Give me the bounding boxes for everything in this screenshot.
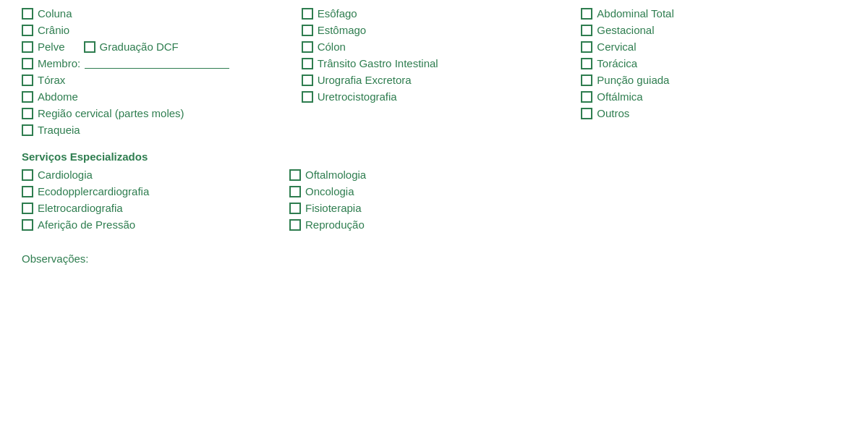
label-eletrocardiografia: Eletrocardiografia bbox=[38, 202, 123, 214]
checkbox-aferição[interactable] bbox=[22, 219, 33, 231]
label-urografia: Urografia Excretora bbox=[318, 74, 412, 86]
list-item: Gestacional bbox=[581, 24, 846, 36]
list-item: Crânio bbox=[22, 24, 287, 36]
label-toracica: Torácica bbox=[597, 57, 637, 69]
checkbox-oftalmologia[interactable] bbox=[289, 169, 301, 181]
list-item-membro: Membro: bbox=[22, 57, 287, 69]
checkbox-reproducao[interactable] bbox=[289, 219, 301, 231]
list-item: Região cervical (partes moles) bbox=[22, 107, 287, 119]
main-checkboxes-grid: Coluna Crânio Pelve Graduação DCF Membro… bbox=[22, 7, 846, 136]
checkbox-fisioterapia[interactable] bbox=[289, 203, 301, 214]
list-item: Oncologia bbox=[289, 185, 528, 197]
list-item: Abdome bbox=[22, 90, 287, 103]
checkbox-outros[interactable] bbox=[581, 108, 592, 119]
checkbox-abdominal-total[interactable] bbox=[581, 8, 592, 20]
list-item: Estômago bbox=[302, 24, 567, 36]
list-item: Tórax bbox=[22, 74, 287, 86]
checkbox-abdome[interactable] bbox=[22, 91, 33, 103]
label-oftalmica: Oftálmica bbox=[597, 90, 642, 103]
list-item: Reprodução bbox=[289, 218, 528, 231]
label-graduacao: Graduação DCF bbox=[100, 41, 179, 53]
checkbox-cervical[interactable] bbox=[581, 41, 592, 53]
list-item: Cardiologia bbox=[22, 169, 260, 181]
checkbox-puncao-guiada[interactable] bbox=[581, 75, 592, 86]
checkbox-uretrocistografia[interactable] bbox=[302, 91, 313, 103]
membro-input-line[interactable] bbox=[85, 58, 229, 69]
checkbox-membro[interactable] bbox=[22, 58, 33, 69]
label-regiao-cervical: Região cervical (partes moles) bbox=[38, 107, 184, 119]
list-item: Esôfago bbox=[302, 7, 567, 20]
label-transito: Trânsito Gastro Intestinal bbox=[318, 57, 438, 69]
checkbox-coluna[interactable] bbox=[22, 8, 33, 20]
list-item: Urografia Excretora bbox=[302, 74, 567, 86]
checkbox-cardiologia[interactable] bbox=[22, 169, 33, 181]
label-puncao-guiada: Punção guiada bbox=[597, 74, 669, 86]
list-item: Oftalmologia bbox=[289, 169, 528, 181]
list-item: Torácica bbox=[581, 57, 846, 69]
checkbox-estomago[interactable] bbox=[302, 25, 313, 36]
checkbox-gestacional[interactable] bbox=[581, 25, 592, 36]
label-esofago: Esôfago bbox=[318, 7, 357, 20]
label-cervical: Cervical bbox=[597, 41, 636, 53]
services-grid: Cardiologia Oftalmologia Ecodopplercardi… bbox=[22, 169, 528, 231]
list-item: Traqueia bbox=[22, 124, 287, 136]
list-item: Trânsito Gastro Intestinal bbox=[302, 57, 567, 69]
list-item: Ecodopplercardiografia bbox=[22, 185, 260, 197]
list-item: Outros bbox=[581, 107, 846, 119]
checkbox-colon[interactable] bbox=[302, 41, 313, 53]
checkbox-urografia[interactable] bbox=[302, 75, 313, 86]
label-fisioterapia: Fisioterapia bbox=[305, 202, 362, 214]
checkbox-pelve[interactable] bbox=[22, 41, 33, 53]
list-item: Cervical bbox=[581, 41, 846, 53]
col3: Abdominal Total Gestacional Cervical Tor… bbox=[581, 7, 846, 136]
label-cardiologia: Cardiologia bbox=[38, 169, 93, 181]
label-colon: Cólon bbox=[318, 41, 346, 53]
label-gestacional: Gestacional bbox=[597, 24, 654, 36]
label-traqueia: Traqueia bbox=[38, 124, 80, 136]
checkbox-eletrocardiografia[interactable] bbox=[22, 203, 33, 214]
checkbox-oncologia[interactable] bbox=[289, 186, 301, 197]
label-oncologia: Oncologia bbox=[305, 185, 354, 197]
list-item: Eletrocardiografia bbox=[22, 202, 260, 214]
checkbox-transito[interactable] bbox=[302, 58, 313, 69]
label-outros: Outros bbox=[597, 107, 629, 119]
list-item: Fisioterapia bbox=[289, 202, 528, 214]
checkbox-traqueia[interactable] bbox=[22, 124, 33, 136]
label-ecodoppler: Ecodopplercardiografia bbox=[38, 185, 149, 197]
list-item: Uretrocistografia bbox=[302, 90, 567, 103]
list-item: Punção guiada bbox=[581, 74, 846, 86]
label-uretrocistografia: Uretrocistografia bbox=[318, 90, 397, 103]
checkbox-torax[interactable] bbox=[22, 75, 33, 86]
list-item-pelve: Pelve Graduação DCF bbox=[22, 41, 287, 53]
checkbox-regiao-cervical[interactable] bbox=[22, 108, 33, 119]
checkbox-cranio[interactable] bbox=[22, 25, 33, 36]
list-item: Coluna bbox=[22, 7, 287, 20]
label-membro: Membro: bbox=[38, 57, 80, 69]
checkbox-toracica[interactable] bbox=[581, 58, 592, 69]
list-item: Oftálmica bbox=[581, 90, 846, 103]
col1: Coluna Crânio Pelve Graduação DCF Membro… bbox=[22, 7, 287, 136]
services-title: Serviços Especializados bbox=[22, 150, 846, 163]
label-oftalmologia: Oftalmologia bbox=[305, 169, 366, 181]
services-section: Serviços Especializados Cardiologia Ofta… bbox=[22, 150, 846, 231]
checkbox-esofago[interactable] bbox=[302, 8, 313, 20]
list-item: Aferição de Pressão bbox=[22, 218, 260, 231]
label-pelve: Pelve bbox=[38, 41, 65, 53]
col2: Esôfago Estômago Cólon Trânsito Gastro I… bbox=[302, 7, 567, 136]
label-coluna: Coluna bbox=[38, 7, 72, 20]
label-abdome: Abdome bbox=[38, 90, 78, 103]
label-estomago: Estômago bbox=[318, 24, 367, 36]
checkbox-ecodoppler[interactable] bbox=[22, 186, 33, 197]
label-abdominal-total: Abdominal Total bbox=[597, 7, 673, 20]
label-torax: Tórax bbox=[38, 74, 65, 86]
label-reproducao: Reprodução bbox=[305, 218, 365, 231]
label-aferição: Aferição de Pressão bbox=[38, 218, 135, 231]
observacoes-label: Observações: bbox=[22, 252, 846, 265]
list-item: Abdominal Total bbox=[581, 7, 846, 20]
label-cranio: Crânio bbox=[38, 24, 69, 36]
checkbox-oftalmica[interactable] bbox=[581, 91, 592, 103]
checkbox-graduacao[interactable] bbox=[84, 41, 95, 53]
list-item: Cólon bbox=[302, 41, 567, 53]
